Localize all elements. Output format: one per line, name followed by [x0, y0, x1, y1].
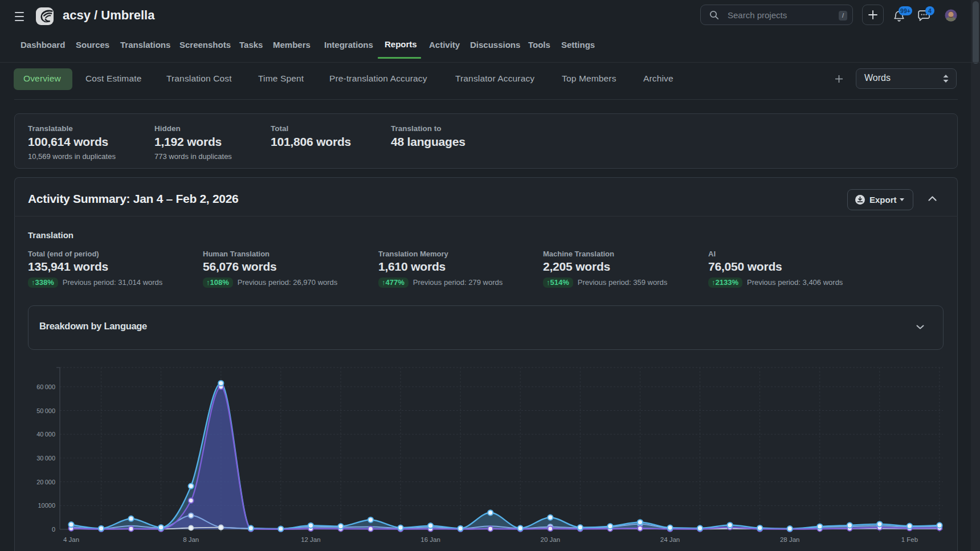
svg-text:1 Feb: 1 Feb [901, 536, 918, 543]
svg-text:40 000: 40 000 [36, 431, 55, 438]
svg-text:60 000: 60 000 [36, 383, 55, 390]
svg-text:10000: 10000 [38, 502, 55, 509]
svg-text:0: 0 [52, 526, 55, 533]
svg-text:28 Jan: 28 Jan [780, 536, 800, 543]
svg-text:16 Jan: 16 Jan [420, 536, 440, 543]
svg-text:20 000: 20 000 [36, 479, 55, 485]
svg-text:50 000: 50 000 [36, 407, 55, 414]
svg-text:24 Jan: 24 Jan [660, 536, 680, 543]
svg-text:4 Jan: 4 Jan [63, 536, 79, 543]
svg-text:12 Jan: 12 Jan [301, 536, 321, 543]
svg-text:30 000: 30 000 [36, 455, 55, 462]
svg-text:8 Jan: 8 Jan [183, 536, 199, 543]
svg-text:20 Jan: 20 Jan [541, 536, 561, 543]
